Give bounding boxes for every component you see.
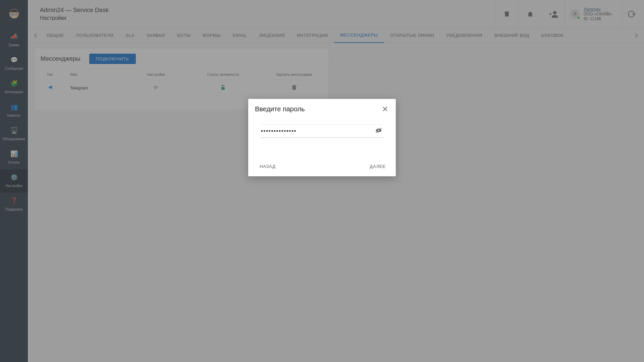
- next-button[interactable]: ДАЛЕЕ: [366, 161, 389, 172]
- dialog-close-button[interactable]: [381, 105, 389, 113]
- back-button-label: НАЗАД: [260, 164, 276, 169]
- dialog-footer: НАЗАД ДАЛЕЕ: [248, 159, 396, 176]
- close-icon: [382, 106, 388, 112]
- password-field-row: [260, 124, 384, 138]
- dialog-header: Введите пароль: [248, 99, 396, 116]
- password-dialog: Введите пароль НАЗАД ДАЛЕЕ: [248, 99, 396, 176]
- next-button-label: ДАЛЕЕ: [370, 164, 386, 169]
- toggle-password-visibility[interactable]: [374, 126, 384, 136]
- dialog-title: Введите пароль: [255, 105, 305, 113]
- eye-off-icon: [375, 127, 382, 134]
- dialog-body: [248, 116, 396, 159]
- password-input[interactable]: [260, 126, 374, 136]
- modal-overlay[interactable]: [0, 0, 644, 362]
- back-button[interactable]: НАЗАД: [256, 161, 279, 172]
